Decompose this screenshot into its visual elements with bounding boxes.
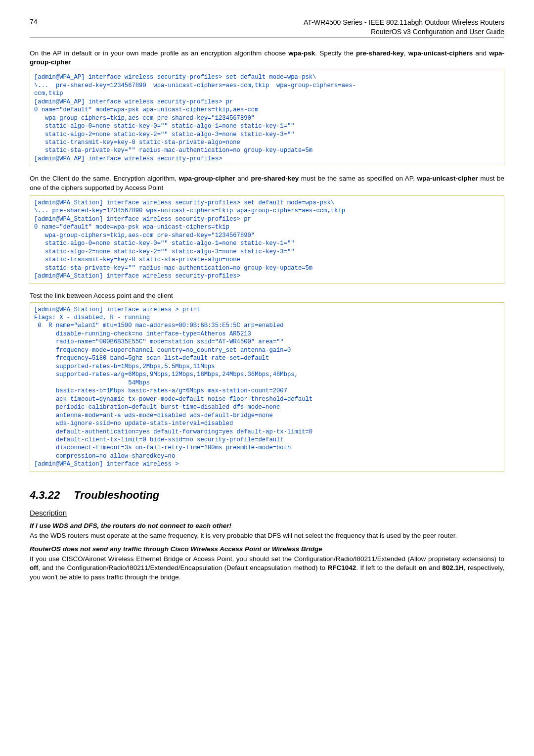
text: and [427,564,442,571]
term-off: off [30,564,38,571]
term-wpa-group-cipher: wpa-group-cipher [179,175,235,182]
subheading-cisco: RouterOS does not send any traffic throu… [30,545,504,553]
page-number: 74 [30,18,38,26]
text: If you use CISCO/Aironet Wireless Ethern… [30,555,504,563]
text: On the Client do the same. Encryption al… [30,175,179,182]
code-block-ap: [admin@WPA_AP] interface wireless securi… [30,70,504,166]
term-pre-shared-key: pre-shared-key [356,49,404,57]
page-content: 74 AT-WR4500 Series - IEEE 802.11abgh Ou… [0,0,534,605]
code-block-print: [admin@WPA_Station] interface wireless >… [30,302,504,472]
text: . If left to the default [356,564,418,571]
term-wpa-unicast-ciphers: wpa-unicast-ciphers [408,49,473,57]
section-heading: 4.3.22Troubleshooting [30,489,504,502]
page-header: 74 AT-WR4500 Series - IEEE 802.11abgh Ou… [30,18,504,38]
section-title: Troubleshooting [74,489,159,501]
text: , and the Configuration/Radio/I80211/Ext… [38,564,327,571]
term-wpa-psk: wpa-psk [288,49,315,57]
text: On the AP in default or in your own made… [30,49,288,57]
text: must be the same as specified on AP, [299,175,417,182]
subheading-wds-dfs: If I use WDS and DFS, the routers do not… [30,522,504,529]
para-wds-dfs: As the WDS routers must operate at the s… [30,531,504,540]
caption-test-link: Test the link between Access point and t… [30,292,504,299]
header-title-line2: RouterOS v3 Configuration and User Guide [371,28,504,36]
term-8021h: 802.1H [442,564,464,571]
term-wpa-unicast-cipher: wpa-unicast-cipher [417,175,478,182]
para-ap-setup: On the AP in default or in your own made… [30,49,504,67]
term-pre-shared-key: pre-shared-key [251,175,299,182]
para-cisco: If you use CISCO/Aironet Wireless Ethern… [30,555,504,582]
term-on: on [418,564,427,571]
term-rfc1042: RFC1042 [328,564,356,571]
text: , [404,49,408,57]
section-number: 4.3.22 [30,489,60,502]
header-title-line1: AT-WR4500 Series - IEEE 802.11abgh Outdo… [304,18,504,26]
para-client-setup: On the Client do the same. Encryption al… [30,174,504,192]
text: and [473,49,489,57]
text: . Specify the [315,49,356,57]
text: and [235,175,251,182]
description-heading: Description [30,509,504,517]
code-block-station: [admin@WPA_Station] interface wireless s… [30,195,504,284]
header-title: AT-WR4500 Series - IEEE 802.11abgh Outdo… [304,18,504,37]
